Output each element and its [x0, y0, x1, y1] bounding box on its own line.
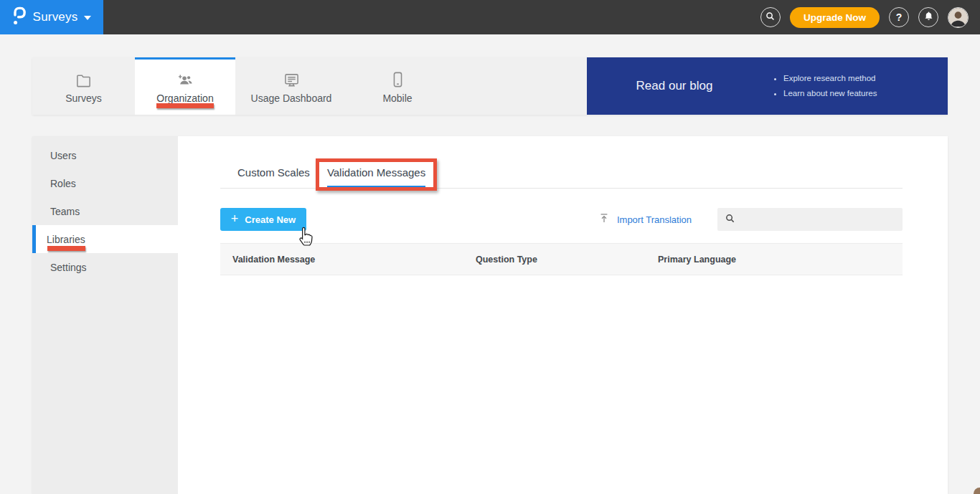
- nav-tab-surveys[interactable]: Surveys: [32, 57, 135, 115]
- toolbar-right: Import Translation: [598, 208, 903, 231]
- blog-promo-title: Read our blog: [587, 79, 762, 93]
- create-new-button[interactable]: + Create New: [220, 208, 306, 231]
- sidebar-item-settings[interactable]: Settings: [32, 253, 178, 281]
- search-icon: [725, 213, 735, 227]
- chevron-down-icon: [84, 16, 91, 20]
- tab-label: Custom Scales: [237, 166, 310, 179]
- import-translation-label: Import Translation: [617, 214, 692, 225]
- column-header-question-type: Question Type: [476, 255, 658, 265]
- blog-promo-bullet: Learn about new features: [783, 86, 877, 101]
- sidebar-item-label: Teams: [50, 206, 80, 217]
- blog-promo-bullets: Explore research method Learn about new …: [762, 71, 877, 101]
- nav-tab-label: Surveys: [65, 92, 102, 104]
- dashboard-icon: [283, 70, 300, 87]
- mobile-icon: [392, 70, 403, 87]
- create-new-label: Create New: [245, 214, 296, 225]
- column-header-validation-message: Validation Message: [232, 255, 476, 265]
- questionpro-logo-icon: [12, 6, 27, 29]
- blog-promo-bullet: Explore research method: [783, 71, 877, 86]
- question-mark-icon: ?: [896, 11, 903, 23]
- tab-custom-scales[interactable]: Custom Scales: [237, 166, 310, 188]
- product-switcher-label: Surveys: [33, 10, 78, 24]
- nav-tab-organization[interactable]: Organization: [135, 57, 235, 115]
- main-card: Users Roles Teams Libraries Settings Cus…: [32, 136, 948, 494]
- search-box[interactable]: [717, 208, 903, 231]
- user-avatar[interactable]: [948, 7, 969, 28]
- table-header-row: Validation Message Question Type Primary…: [220, 243, 903, 275]
- annotation-underline-organization: [156, 103, 214, 108]
- tab-label: Validation Messages: [327, 166, 425, 179]
- nav-tab-label: Organization: [156, 92, 213, 104]
- sidebar-item-label: Libraries: [47, 234, 85, 245]
- chat-widget-sliver[interactable]: [974, 488, 980, 494]
- annotation-underline-libraries: [47, 246, 85, 251]
- search-button[interactable]: [760, 7, 781, 27]
- blog-promo-banner[interactable]: Read our blog Explore research method Le…: [587, 57, 948, 115]
- plus-icon: +: [231, 212, 239, 225]
- help-button[interactable]: ?: [889, 7, 909, 27]
- sidebar-item-libraries[interactable]: Libraries: [32, 225, 178, 253]
- import-icon: [598, 212, 610, 227]
- primary-nav-band: Surveys Organization Usage Dashboard Mob…: [32, 57, 948, 115]
- bell-icon: [923, 11, 934, 24]
- nav-tab-label: Usage Dashboard: [251, 92, 332, 104]
- search-icon: [765, 11, 776, 24]
- folder-icon: [75, 70, 92, 87]
- product-switcher[interactable]: Surveys: [0, 0, 103, 34]
- nav-tab-usage-dashboard[interactable]: Usage Dashboard: [235, 57, 347, 115]
- sidebar: Users Roles Teams Libraries Settings: [32, 136, 178, 494]
- nav-tab-mobile[interactable]: Mobile: [347, 57, 448, 115]
- import-translation-link[interactable]: Import Translation: [598, 212, 692, 227]
- notifications-button[interactable]: [918, 7, 938, 27]
- nav-tab-label: Mobile: [382, 92, 412, 104]
- search-input[interactable]: [735, 208, 903, 231]
- column-header-primary-language: Primary Language: [658, 255, 903, 265]
- sidebar-item-label: Roles: [50, 178, 76, 189]
- tab-validation-messages[interactable]: Validation Messages: [327, 166, 425, 188]
- primary-nav-tabs: Surveys Organization Usage Dashboard Mob…: [32, 57, 587, 115]
- sidebar-item-users[interactable]: Users: [32, 141, 178, 169]
- sidebar-item-label: Users: [50, 150, 77, 161]
- topbar-actions: Upgrade Now ?: [760, 7, 980, 28]
- sidebar-item-teams[interactable]: Teams: [32, 197, 178, 225]
- content-area: Custom Scales Validation Messages + Crea…: [178, 136, 948, 494]
- people-add-icon: [176, 70, 194, 87]
- content-toolbar: + Create New Import Translation: [220, 208, 903, 231]
- sidebar-item-label: Settings: [50, 262, 87, 273]
- upgrade-now-button[interactable]: Upgrade Now: [790, 7, 880, 28]
- sidebar-item-roles[interactable]: Roles: [32, 169, 178, 197]
- topbar: Surveys Upgrade Now ?: [0, 0, 980, 34]
- content-tab-bar: Custom Scales Validation Messages: [220, 166, 903, 189]
